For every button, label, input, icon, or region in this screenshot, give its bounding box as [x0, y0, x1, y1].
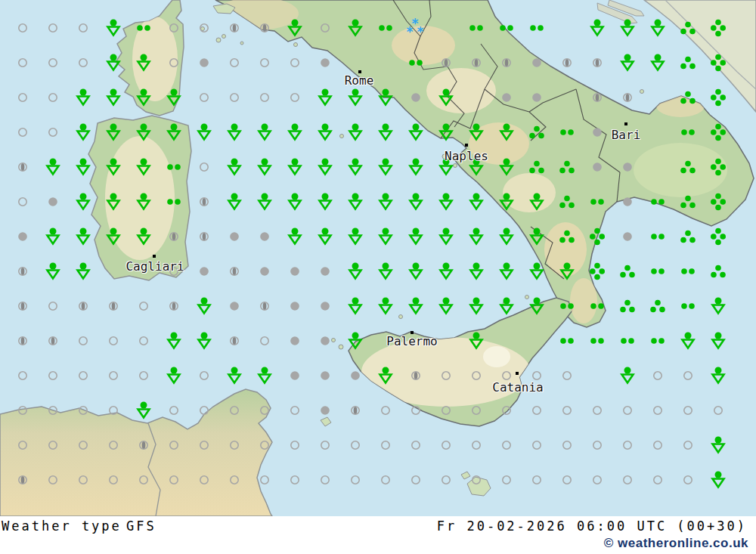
- map-area: *** RomeNaplesBariCagliariPalermoCatania: [0, 0, 756, 516]
- city-dot-bari: [624, 122, 627, 125]
- map-footer: Weather type GFS Fr 20-02-2026 06:00 UTC…: [0, 516, 756, 554]
- city-dot-catania: [516, 372, 519, 375]
- city-dot-cagliari: [153, 255, 156, 258]
- product-label: Weather type: [2, 518, 122, 534]
- city-label-naples: Naples: [445, 149, 488, 163]
- map-canvas: [0, 0, 756, 516]
- city-label-catania: Catania: [492, 380, 543, 395]
- footer-title-row: Weather type GFS Fr 20-02-2026 06:00 UTC…: [0, 518, 756, 534]
- city-label-cagliari: Cagliari: [125, 259, 184, 274]
- copyright-link[interactable]: © weatheronline.co.uk: [604, 536, 748, 551]
- city-label-bari: Bari: [612, 128, 641, 142]
- weather-map-page: *** RomeNaplesBariCagliariPalermoCatania…: [0, 0, 756, 554]
- model-label: GFS: [126, 518, 156, 534]
- city-label-palermo: Palermo: [386, 334, 437, 348]
- city-label-rome: Rome: [345, 73, 374, 88]
- city-dot-naples: [465, 144, 468, 147]
- datetime-label: Fr 20-02-2026 06:00 UTC (00+30): [437, 518, 747, 534]
